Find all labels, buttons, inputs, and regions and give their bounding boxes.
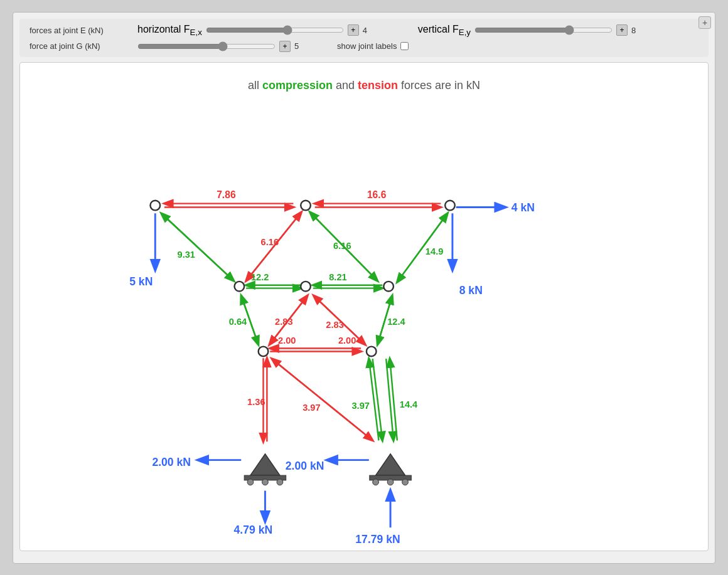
vertical-subscript: E,y: [459, 28, 471, 37]
joint-g-label: force at joint G (kN): [29, 41, 130, 51]
show-labels-text: show joint labels: [337, 41, 397, 51]
label-616a: 6.16: [261, 237, 279, 247]
label-064: 0.64: [229, 317, 247, 327]
vertical-slider-group: vertical FE,y + 8: [418, 24, 641, 37]
right-controls: show joint labels: [337, 41, 409, 51]
label-4kn: 4 kN: [511, 201, 535, 214]
horizontal-force-slider[interactable]: [206, 24, 344, 36]
vertical-value: 8: [631, 26, 641, 35]
label-5kn: 5 kN: [129, 275, 153, 287]
label-136: 1.36: [247, 396, 265, 406]
controls-area: forces at joint E (kN) horizontal FE,x +…: [19, 19, 709, 57]
label-397b: 3.97: [351, 401, 370, 411]
label-200b: 2.00: [338, 335, 356, 345]
joint-e-top: [445, 200, 455, 210]
label-200kn-k: 2.00 kN: [286, 460, 324, 472]
label-821: 8.21: [329, 272, 347, 282]
g-plus-btn[interactable]: +: [279, 41, 291, 52]
joint-d: [235, 282, 245, 292]
label-149: 14.9: [426, 246, 444, 256]
joint-i: [367, 346, 377, 356]
joint-e-label: forces at joint E (kN): [29, 26, 130, 35]
label-166: 16.6: [367, 189, 387, 199]
horizontal-f-label: horizontal FE,x: [137, 24, 202, 37]
joint-h: [259, 346, 269, 356]
support-k-wheel2: [387, 479, 393, 485]
joint-f: [383, 282, 393, 292]
truss-svg: 7.86 16.6 4 kN 5 kN 8 kN 9.31 6.16: [20, 63, 708, 551]
diagram-area: all compression and tension forces are i…: [19, 62, 709, 551]
label-8kn: 8 kN: [459, 284, 483, 297]
label-200kn-j: 2.00 kN: [152, 456, 191, 468]
support-j-wheel2: [262, 479, 269, 485]
horizontal-value: 4: [363, 26, 373, 35]
vertical-force-slider[interactable]: [474, 24, 613, 36]
joint-a: [150, 200, 160, 210]
g-slider-group: + 5: [137, 41, 304, 52]
support-j-wheel1: [247, 479, 254, 485]
label-616b: 6.16: [333, 241, 351, 251]
support-k-wheel3: [402, 479, 409, 485]
horizontal-slider-group: horizontal FE,x + 4: [137, 24, 373, 37]
label-124: 12.4: [387, 317, 405, 327]
show-labels-checkbox[interactable]: [400, 42, 409, 50]
support-k: [376, 454, 405, 475]
control-row-2: force at joint G (kN) + 5 show joint lab…: [29, 41, 699, 52]
vertical-plus-btn[interactable]: +: [616, 24, 628, 36]
label-283b: 2.83: [326, 320, 344, 330]
show-labels-checkbox-label[interactable]: show joint labels: [337, 41, 409, 51]
support-k-wheel1: [373, 479, 379, 485]
label-931: 9.31: [178, 249, 196, 259]
label-122: 12.2: [251, 272, 269, 282]
support-j-wheel3: [277, 479, 283, 485]
label-144: 14.4: [400, 399, 418, 409]
control-row-1: forces at joint E (kN) horizontal FE,x +…: [29, 24, 699, 37]
horizontal-plus-btn[interactable]: +: [348, 24, 359, 36]
g-value: 5: [294, 41, 304, 51]
label-786: 7.86: [217, 189, 236, 199]
horizontal-subscript: E,x: [190, 28, 202, 37]
label-200a: 2.00: [278, 335, 296, 345]
vertical-f-label: vertical FE,y: [418, 24, 471, 37]
label-283a: 2.83: [275, 317, 293, 327]
label-397a: 3.97: [302, 403, 321, 413]
joint-c: [301, 200, 311, 210]
member-ad-2: [161, 213, 233, 281]
label-1779kn: 17.79 kN: [355, 532, 400, 545]
g-force-slider[interactable]: [137, 41, 276, 52]
member-ik2-green: [386, 359, 393, 440]
member-hk-red2: [272, 359, 372, 440]
main-container: + forces at joint E (kN) horizontal FE,x…: [13, 12, 715, 564]
support-j: [250, 454, 280, 475]
corner-plus-button[interactable]: +: [699, 16, 711, 29]
joint-e-mid: [301, 282, 311, 292]
member-ik2-green2: [390, 359, 397, 440]
label-479kn: 4.79 kN: [234, 524, 273, 536]
